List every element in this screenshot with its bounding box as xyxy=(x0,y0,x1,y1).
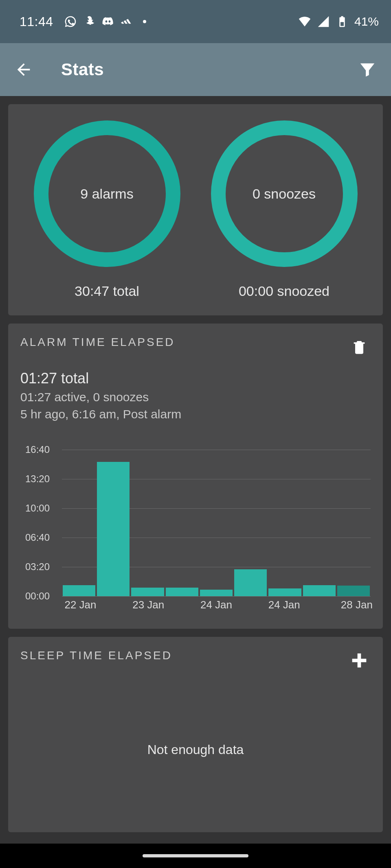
alarm-time-elapsed-card: ALARM TIME ELAPSED 01:27 total 01:27 act… xyxy=(8,324,383,629)
chart-x-label: 24 Jan xyxy=(268,599,300,611)
back-button[interactable] xyxy=(11,57,36,82)
trash-icon xyxy=(351,339,367,355)
chart-x-label: 28 Jan xyxy=(341,599,373,611)
status-clock: 11:44 xyxy=(20,14,53,29)
alarm-detail-block: 01:27 total 01:27 active, 0 snoozes 5 hr… xyxy=(20,370,371,421)
home-indicator[interactable] xyxy=(143,854,248,857)
arrow-left-icon xyxy=(14,60,33,79)
chart-x-label: 24 Jan xyxy=(200,599,232,611)
chart-y-label: 13:20 xyxy=(25,474,60,484)
filter-icon xyxy=(358,60,377,79)
android-status-bar: 11:44 41% xyxy=(0,0,391,43)
chart-y-label: 10:00 xyxy=(25,503,60,513)
wifi-icon xyxy=(298,15,311,28)
snoozes-stat: 0 snoozes 00:00 snoozed xyxy=(211,120,358,299)
alarms-ring: 9 alarms xyxy=(34,120,180,267)
page-title: Stats xyxy=(61,60,330,79)
snoozes-ring: 0 snoozes xyxy=(211,120,358,267)
chart-bar[interactable] xyxy=(234,569,267,596)
alarm-card-title: ALARM TIME ELAPSED xyxy=(20,336,175,349)
chart-bar[interactable] xyxy=(97,462,130,596)
chart-bar[interactable] xyxy=(337,586,370,596)
battery-icon xyxy=(336,15,349,28)
filter-button[interactable] xyxy=(355,57,380,82)
notification-dot-icon xyxy=(143,20,146,23)
chart-bar[interactable] xyxy=(268,588,301,597)
chart-y-label: 00:00 xyxy=(25,591,60,601)
battery-percent: 41% xyxy=(354,15,379,28)
alarm-active-line: 01:27 active, 0 snoozes xyxy=(20,390,371,404)
chart-gridline xyxy=(62,596,371,597)
content-area: 9 alarms 30:47 total 0 snoozes 00:00 sno… xyxy=(0,96,391,844)
whatsapp-icon xyxy=(64,15,77,28)
alarm-total: 01:27 total xyxy=(20,370,371,387)
android-nav-bar xyxy=(0,844,391,868)
chart-bar[interactable] xyxy=(131,588,164,596)
alarms-subtext: 30:47 total xyxy=(75,283,139,299)
plus-icon xyxy=(349,650,370,671)
chart-bar[interactable] xyxy=(166,588,198,596)
alarms-ring-label: 9 alarms xyxy=(80,186,133,202)
chart-x-label: 22 Jan xyxy=(64,599,96,611)
snapchat-icon xyxy=(83,15,96,28)
chart-bar[interactable] xyxy=(200,590,233,597)
summary-card: 9 alarms 30:47 total 0 snoozes 00:00 sno… xyxy=(8,104,383,315)
snoozes-ring-label: 0 snoozes xyxy=(253,186,316,202)
add-button[interactable] xyxy=(348,649,371,672)
chart-y-label: 03:20 xyxy=(25,562,60,572)
sleep-card-title: SLEEP TIME ELAPSED xyxy=(20,649,172,662)
chart-bar[interactable] xyxy=(63,585,95,596)
adidas-icon xyxy=(120,15,133,28)
alarm-when-line: 5 hr ago, 6:16 am, Post alarm xyxy=(20,407,371,421)
cellular-signal-icon xyxy=(317,15,330,28)
app-bar: Stats xyxy=(0,43,391,96)
chart-y-label: 06:40 xyxy=(25,533,60,542)
discord-icon xyxy=(101,15,114,28)
chart-y-label: 16:40 xyxy=(25,445,60,455)
alarms-stat: 9 alarms 30:47 total xyxy=(34,120,180,299)
chart-bar[interactable] xyxy=(303,585,336,596)
snoozes-subtext: 00:00 snoozed xyxy=(239,283,329,299)
sleep-no-data-message: Not enough data xyxy=(147,742,244,757)
sleep-time-elapsed-card: SLEEP TIME ELAPSED Not enough data xyxy=(8,637,383,832)
chart-x-label: 23 Jan xyxy=(132,599,164,611)
alarm-bar-chart[interactable]: 16:4013:2010:0006:4003:2000:00 22 Jan23 … xyxy=(25,450,371,612)
delete-button[interactable] xyxy=(348,336,371,359)
